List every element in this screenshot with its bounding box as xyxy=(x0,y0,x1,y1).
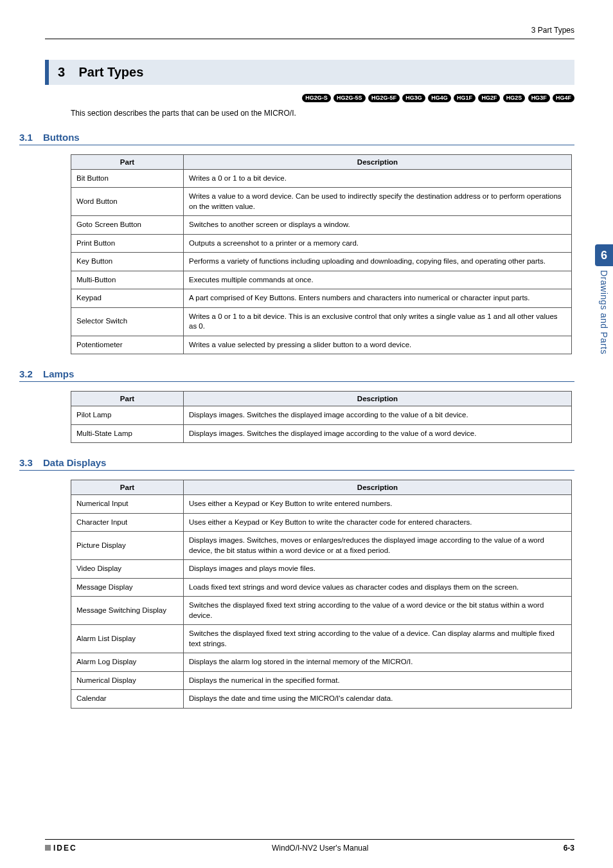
subheading-lamps: 3.2 Lamps xyxy=(19,368,574,382)
cell: Key Button xyxy=(71,253,184,271)
logo-text: IDEC xyxy=(53,844,77,853)
col-header: Description xyxy=(184,154,572,169)
cell: Uses either a Keypad or Key Button to wr… xyxy=(184,495,572,514)
cell: Pilot Lamp xyxy=(71,406,184,425)
datadisplays-table: Part Description Numerical InputUses eit… xyxy=(71,480,572,709)
table-row: Key ButtonPerforms a variety of function… xyxy=(71,253,572,271)
badge: HG1F xyxy=(454,94,475,102)
col-header: Description xyxy=(184,480,572,495)
footer-logo: IDEC xyxy=(45,844,77,853)
col-header: Part xyxy=(71,480,184,495)
cell: Executes multiple commands at once. xyxy=(184,271,572,289)
table-row: Video DisplayDisplays images and plays m… xyxy=(71,560,572,579)
side-tab: 6 Drawings and Parts xyxy=(595,244,613,354)
table-row: Picture DisplayDisplays images. Switches… xyxy=(71,532,572,560)
cell: Writes a value to a word device. Can be … xyxy=(184,188,572,216)
cell: Print Button xyxy=(71,234,184,253)
badge: HG2S xyxy=(503,94,526,102)
cell: Goto Screen Button xyxy=(71,216,184,235)
subheading-datadisplays: 3.3 Data Displays xyxy=(19,457,574,471)
table-row: Multi-ButtonExecutes multiple commands a… xyxy=(71,271,572,289)
cell: Alarm List Display xyxy=(71,625,184,653)
cell: Uses either a Keypad or Key Button to wr… xyxy=(184,513,572,532)
badge: HG2G-S xyxy=(302,94,331,102)
cell: Message Display xyxy=(71,578,184,597)
table-row: Character InputUses either a Keypad or K… xyxy=(71,513,572,532)
cell: Loads fixed text strings and word device… xyxy=(184,578,572,597)
cell: Word Button xyxy=(71,188,184,216)
cell: Picture Display xyxy=(71,532,184,560)
page-number: 6-3 xyxy=(564,844,574,853)
table-row: Numerical DisplayDisplays the numerical … xyxy=(71,671,572,690)
cell: Character Input xyxy=(71,513,184,532)
chapter-number: 6 xyxy=(595,244,613,266)
cell: Alarm Log Display xyxy=(71,653,184,672)
cell: Multi-State Lamp xyxy=(71,424,184,443)
model-badges: HG2G-S HG2G-5S HG2G-5F HG3G HG4G HG1F HG… xyxy=(45,93,574,102)
subheading-title: Lamps xyxy=(43,368,74,379)
cell: Displays images. Switches the displayed … xyxy=(184,424,572,443)
badge: HG2G-5S xyxy=(333,94,366,102)
badge: HG4F xyxy=(553,94,574,102)
subheading-num: 3.3 xyxy=(19,457,33,468)
cell: Message Switching Display xyxy=(71,597,184,625)
cell: Displays the date and time using the MIC… xyxy=(184,690,572,709)
table-row: Print ButtonOutputs a screenshot to a pr… xyxy=(71,234,572,253)
footer-center: WindO/I-NV2 User's Manual xyxy=(272,844,368,853)
breadcrumb: 3 Part Types xyxy=(45,26,574,39)
cell: Displays the alarm log stored in the int… xyxy=(184,653,572,672)
table-row: CalendarDisplays the date and time using… xyxy=(71,690,572,709)
badge: HG3F xyxy=(528,94,550,102)
subheading-num: 3.1 xyxy=(19,132,33,143)
cell: Displays images. Switches the displayed … xyxy=(184,406,572,425)
table-row: Goto Screen ButtonSwitches to another sc… xyxy=(71,216,572,235)
col-header: Part xyxy=(71,154,184,169)
table-row: Bit ButtonWrites a 0 or 1 to a bit devic… xyxy=(71,169,572,188)
badge: HG2G-5F xyxy=(368,94,400,102)
subheading-num: 3.2 xyxy=(19,368,33,379)
cell: Writes a 0 or 1 to a bit device. xyxy=(184,169,572,188)
table-row: KeypadA part comprised of Key Buttons. E… xyxy=(71,289,572,308)
table-row: PotentiometerWrites a value selected by … xyxy=(71,336,572,354)
table-row: Numerical InputUses either a Keypad or K… xyxy=(71,495,572,514)
table-row: Alarm List DisplaySwitches the displayed… xyxy=(71,625,572,653)
intro-text: This section describes the parts that ca… xyxy=(71,109,574,118)
section-title-bar: 3 Part Types xyxy=(45,60,574,85)
badge: HG3G xyxy=(402,94,425,102)
cell: Calendar xyxy=(71,690,184,709)
cell: Switches the displayed fixed text string… xyxy=(184,597,572,625)
page-footer: IDEC WindO/I-NV2 User's Manual 6-3 xyxy=(45,839,574,853)
cell: Displays images and plays movie files. xyxy=(184,560,572,579)
cell: Switches the displayed fixed text string… xyxy=(184,625,572,653)
cell: Numerical Input xyxy=(71,495,184,514)
cell: A part comprised of Key Buttons. Enters … xyxy=(184,289,572,308)
col-header: Description xyxy=(184,392,572,406)
cell: Numerical Display xyxy=(71,671,184,690)
table-row: Message Switching DisplaySwitches the di… xyxy=(71,597,572,625)
subheading-title: Data Displays xyxy=(43,457,106,468)
logo-box-icon xyxy=(45,845,51,851)
badge: HG4G xyxy=(428,94,451,102)
table-row: Pilot LampDisplays images. Switches the … xyxy=(71,406,572,425)
section-title: Part Types xyxy=(78,65,143,79)
col-header: Part xyxy=(71,392,184,406)
badge: HG2F xyxy=(478,94,500,102)
lamps-table: Part Description Pilot LampDisplays imag… xyxy=(71,391,572,443)
cell: Outputs a screenshot to a printer or a m… xyxy=(184,234,572,253)
subheading-title: Buttons xyxy=(43,132,80,143)
cell: Performs a variety of functions includin… xyxy=(184,253,572,271)
subheading-buttons: 3.1 Buttons xyxy=(19,132,574,145)
chapter-label: Drawings and Parts xyxy=(595,270,609,354)
cell: Bit Button xyxy=(71,169,184,188)
cell: Writes a value selected by pressing a sl… xyxy=(184,336,572,354)
table-row: Message DisplayLoads fixed text strings … xyxy=(71,578,572,597)
cell: Multi-Button xyxy=(71,271,184,289)
table-row: Selector SwitchWrites a 0 or 1 to a bit … xyxy=(71,307,572,336)
cell: Video Display xyxy=(71,560,184,579)
table-row: Multi-State LampDisplays images. Switche… xyxy=(71,424,572,443)
cell: Writes a 0 or 1 to a bit device. This is… xyxy=(184,307,572,336)
buttons-table: Part Description Bit ButtonWrites a 0 or… xyxy=(71,154,572,355)
table-row: Word ButtonWrites a value to a word devi… xyxy=(71,188,572,216)
cell: Selector Switch xyxy=(71,307,184,336)
cell: Keypad xyxy=(71,289,184,308)
